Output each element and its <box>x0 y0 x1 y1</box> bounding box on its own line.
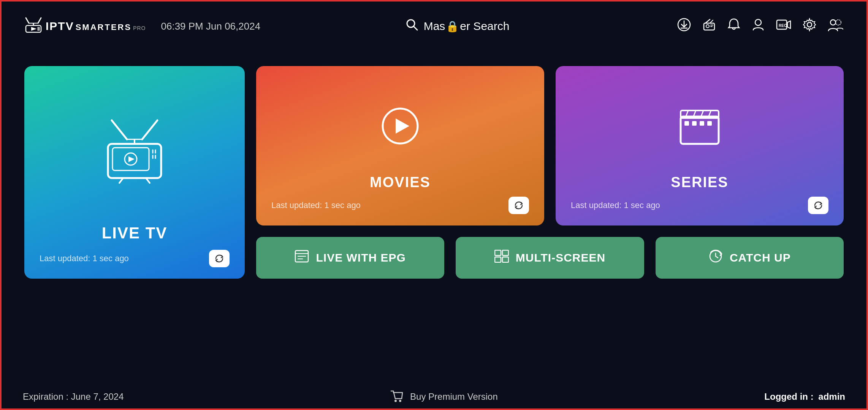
search-text: Mas🔒er Search <box>424 20 510 33</box>
logo-text: IPTV SMARTERS PRO <box>46 20 146 32</box>
svg-line-1 <box>38 18 41 23</box>
svg-point-19 <box>755 19 761 25</box>
expiry-text: Expiration : June 7, 2024 <box>23 391 124 402</box>
svg-line-9 <box>413 26 417 30</box>
epg-icon <box>295 250 309 266</box>
logo-pro: PRO <box>133 25 146 31</box>
movies-title: MOVIES <box>370 174 431 191</box>
live-tv-icon-area <box>97 77 173 224</box>
movies-last-updated: Last updated: 1 sec ago <box>271 200 361 210</box>
multi-screen-label: MULTI-SCREEN <box>516 251 605 264</box>
svg-line-26 <box>112 120 127 139</box>
download-icon[interactable] <box>677 18 691 35</box>
cart-icon <box>390 390 404 403</box>
multi-screen-card[interactable]: MULTI-SCREEN <box>456 237 644 279</box>
right-column: MOVIES Last updated: 1 sec ago <box>256 66 844 279</box>
logo-smarters: SMARTERS <box>76 23 131 32</box>
user-icon[interactable] <box>752 18 765 35</box>
live-tv-refresh-button[interactable] <box>209 250 230 267</box>
logged-in-text: Logged in : admin <box>764 391 845 402</box>
live-tv-card[interactable]: LIVE TV Last updated: 1 sec ago <box>24 66 245 279</box>
svg-marker-41 <box>396 118 409 134</box>
movies-card[interactable]: MOVIES Last updated: 1 sec ago <box>256 66 544 226</box>
svg-point-23 <box>807 22 812 27</box>
tv-antenna-icon <box>24 16 43 36</box>
svg-rect-60 <box>502 257 508 262</box>
svg-point-62 <box>394 400 397 402</box>
svg-rect-51 <box>707 121 712 126</box>
svg-rect-48 <box>684 121 689 126</box>
svg-point-24 <box>830 20 836 25</box>
catch-up-label: CATCH UP <box>730 251 791 264</box>
svg-rect-30 <box>108 144 161 178</box>
cards-row: LIVE TV Last updated: 1 sec ago <box>24 66 844 279</box>
bottom-row: LIVE WITH EPG MULTI-SCREEN <box>256 237 844 279</box>
series-refresh-button[interactable] <box>808 197 828 214</box>
svg-point-14 <box>706 25 709 28</box>
logo-area: IPTV SMARTERS PRO <box>24 16 146 36</box>
series-last-updated: Last updated: 1 sec ago <box>571 200 660 210</box>
svg-rect-49 <box>692 121 697 126</box>
search-bar[interactable]: Mas🔒er Search <box>405 18 510 34</box>
svg-rect-42 <box>681 117 719 144</box>
datetime-display: 06:39 PM Jun 06,2024 <box>161 20 260 32</box>
svg-point-63 <box>399 400 401 402</box>
catch-up-card[interactable]: CATCH UP <box>656 237 844 279</box>
svg-marker-21 <box>787 21 790 28</box>
live-tv-title: LIVE TV <box>102 224 168 242</box>
svg-line-27 <box>142 120 157 139</box>
multi-screen-icon <box>494 250 509 266</box>
svg-rect-58 <box>502 250 508 255</box>
live-tv-last-updated: Last updated: 1 sec ago <box>40 254 129 263</box>
movies-refresh-button[interactable] <box>508 197 529 214</box>
svg-point-25 <box>836 20 841 25</box>
svg-text:REC: REC <box>779 24 787 28</box>
svg-line-0 <box>26 18 29 23</box>
search-label: Mas🔒er Search <box>424 20 510 33</box>
username-label: admin <box>818 391 845 402</box>
buy-premium-button[interactable]: Buy Premium Version <box>390 390 498 403</box>
radio-icon[interactable] <box>702 18 716 35</box>
series-card[interactable]: SERIES Last updated: 1 sec ago <box>556 66 844 226</box>
series-footer: Last updated: 1 sec ago <box>571 197 828 214</box>
movies-icon-area <box>377 77 423 174</box>
live-with-epg-label: LIVE WITH EPG <box>316 251 405 264</box>
catch-up-icon <box>708 249 723 266</box>
nav-icons: REC <box>677 18 844 35</box>
profile-switch-icon[interactable] <box>828 18 844 35</box>
main-content: LIVE TV Last updated: 1 sec ago <box>2 51 866 290</box>
record-icon[interactable]: REC <box>776 19 791 34</box>
footer: Expiration : June 7, 2024 Buy Premium Ve… <box>0 383 868 410</box>
header: IPTV SMARTERS PRO 06:39 PM Jun 06,2024 M… <box>2 2 866 51</box>
logged-in-label: Logged in : <box>764 391 813 402</box>
bell-icon[interactable] <box>727 18 740 35</box>
svg-rect-59 <box>495 257 501 262</box>
live-with-epg-card[interactable]: LIVE WITH EPG <box>256 237 444 279</box>
svg-marker-33 <box>128 156 135 162</box>
series-icon-area <box>677 77 722 174</box>
live-tv-footer: Last updated: 1 sec ago <box>40 250 230 267</box>
svg-marker-5 <box>31 27 36 31</box>
top-cards-row: MOVIES Last updated: 1 sec ago <box>256 66 844 226</box>
buy-premium-label: Buy Premium Version <box>410 391 498 402</box>
search-icon <box>405 18 418 34</box>
logo-iptv: IPTV <box>46 20 74 32</box>
svg-line-17 <box>705 19 710 23</box>
settings-icon[interactable] <box>803 18 816 35</box>
svg-rect-57 <box>495 250 501 255</box>
svg-rect-50 <box>700 121 704 126</box>
movies-footer: Last updated: 1 sec ago <box>271 197 529 214</box>
series-title: SERIES <box>671 174 728 191</box>
